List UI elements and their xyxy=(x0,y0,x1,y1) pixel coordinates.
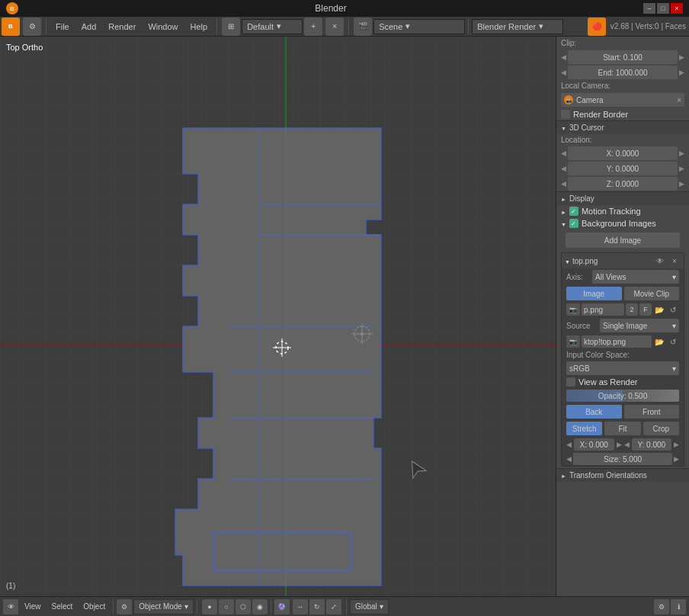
x-position-field[interactable]: X: 0.000 xyxy=(574,438,614,451)
snap-icon[interactable]: 🔮 xyxy=(274,599,290,614)
wire-shading-icon[interactable]: ○ xyxy=(219,599,234,614)
close-button[interactable]: × xyxy=(671,3,683,14)
remove-layout-icon[interactable]: × xyxy=(325,18,344,36)
view-menu[interactable]: View xyxy=(20,597,46,616)
solid-shading-icon[interactable]: ● xyxy=(202,599,217,614)
view-as-render-row: View as Render xyxy=(562,376,684,388)
start-arrow-left[interactable]: ◀ xyxy=(561,53,566,61)
start-arrow-right[interactable]: ▶ xyxy=(679,53,684,61)
cursor-section-header[interactable]: 3D Cursor xyxy=(556,120,689,134)
back-button[interactable]: Back xyxy=(566,405,622,419)
x-arrow-r[interactable]: ▶ xyxy=(679,149,684,157)
clip-start-row: ◀ Start: 0.100 ▶ xyxy=(556,50,689,65)
user-prefs-icon[interactable]: ⚙ xyxy=(23,18,41,36)
front-button[interactable]: Front xyxy=(624,405,680,419)
camera-icon: 📷 xyxy=(564,95,573,104)
y-right-arrow[interactable]: ▶ xyxy=(674,441,679,448)
maximize-button[interactable]: □ xyxy=(657,3,669,14)
add-menu[interactable]: Add xyxy=(75,17,103,36)
display-section-header[interactable]: Display xyxy=(556,191,689,205)
add-layout-icon[interactable]: + xyxy=(304,18,322,36)
view-icon[interactable]: 👁 xyxy=(3,599,18,614)
z-field[interactable]: Z: 0.0000 xyxy=(568,177,678,191)
bottom-sep1 xyxy=(113,600,114,614)
transform-orientations-header[interactable]: Transform Orientations xyxy=(556,468,689,482)
axis-dropdown[interactable]: All Views ▾ xyxy=(592,270,679,284)
local-camera-label: Local Camera: xyxy=(556,80,689,91)
rotate-icon[interactable]: ↻ xyxy=(309,599,325,614)
file-num[interactable]: 2 xyxy=(626,303,638,316)
render-menu[interactable]: Render xyxy=(102,17,142,36)
y-field[interactable]: Y: 0.0000 xyxy=(568,162,678,175)
view-as-render-checkbox[interactable] xyxy=(566,377,575,387)
bg-images-checkbox[interactable]: ✓ xyxy=(569,219,578,228)
screen-layout-icon[interactable]: ⊞ xyxy=(222,18,240,36)
file-browse-btn[interactable]: 📂 xyxy=(653,303,665,316)
mode-icon[interactable]: ⚙ xyxy=(117,599,132,614)
scene-icon[interactable]: 🎬 xyxy=(354,18,372,36)
crop-button[interactable]: Crop xyxy=(643,422,679,435)
minimize-button[interactable]: – xyxy=(643,3,655,14)
clip-label-row: Clip: xyxy=(556,37,689,50)
motion-tracking-checkbox[interactable]: ✓ xyxy=(569,207,578,216)
render-border-checkbox[interactable] xyxy=(561,110,570,119)
settings-icon[interactable]: ⚙ xyxy=(654,599,669,614)
info-icon[interactable]: ℹ xyxy=(671,599,686,614)
blender-icon[interactable]: B xyxy=(2,18,20,36)
camera-field[interactable]: 📷 Camera × xyxy=(561,93,684,107)
srgb-dropdown[interactable]: sRGB ▾ xyxy=(566,361,679,375)
image-tab[interactable]: Image xyxy=(566,287,622,300)
image-entry-expand[interactable] xyxy=(565,256,570,265)
fit-button[interactable]: Fit xyxy=(604,422,640,435)
y-arrow-r[interactable]: ▶ xyxy=(679,165,684,172)
camera-clear-btn[interactable]: × xyxy=(677,96,681,104)
scale-icon[interactable]: ⤢ xyxy=(326,599,341,614)
y-position-field[interactable]: Y: 0.000 xyxy=(632,438,672,451)
render-border-row: Render Border xyxy=(556,108,689,120)
rendered-shading-icon[interactable]: ◉ xyxy=(252,599,268,614)
engine-dropdown[interactable]: Blender Render▾ xyxy=(472,19,563,34)
file-reload-btn[interactable]: ↺ xyxy=(667,303,679,316)
filepath-name: ktop!top.png xyxy=(582,335,652,348)
stretch-button[interactable]: Stretch xyxy=(566,422,602,435)
texture-shading-icon[interactable]: ⬡ xyxy=(236,599,251,614)
y-arrow-l[interactable]: ◀ xyxy=(561,165,566,172)
z-arrow-l[interactable]: ◀ xyxy=(561,180,566,188)
y-left-arrow[interactable]: ◀ xyxy=(624,441,630,448)
clip-end-field[interactable]: End: 1000.000 xyxy=(568,66,678,79)
image-visibility-btn[interactable]: 👁 xyxy=(654,255,666,267)
source-dropdown[interactable]: Single Image ▾ xyxy=(600,319,679,332)
global-dropdown[interactable]: Global▾ xyxy=(350,599,389,614)
file-f-btn[interactable]: F xyxy=(639,303,652,316)
size-field[interactable]: Size: 5.000 xyxy=(573,453,672,465)
file-menu[interactable]: File xyxy=(50,17,75,36)
add-image-button[interactable]: Add Image xyxy=(566,233,680,248)
viewport[interactable]: Top Ortho X Z Y (1) xyxy=(0,37,556,596)
camera-name: Camera xyxy=(576,96,674,104)
end-arrow-left[interactable]: ◀ xyxy=(561,69,566,76)
end-arrow-right[interactable]: ▶ xyxy=(679,69,684,76)
x-arrow-l[interactable]: ◀ xyxy=(561,149,566,157)
x-left-arrow[interactable]: ◀ xyxy=(566,441,572,448)
filepath-browse-btn[interactable]: 📂 xyxy=(653,335,665,348)
size-arrow-r[interactable]: ▶ xyxy=(674,455,679,463)
object-menu[interactable]: Object xyxy=(79,597,110,616)
render-icon[interactable]: 🔴 xyxy=(588,18,606,36)
transform-expand-icon xyxy=(561,471,566,480)
mode-dropdown[interactable]: Object Mode▾ xyxy=(133,599,194,614)
window-menu[interactable]: Window xyxy=(142,17,184,36)
clip-start-field[interactable]: Start: 0.100 xyxy=(568,50,678,64)
x-field[interactable]: X: 0.0000 xyxy=(568,146,678,160)
layout-dropdown[interactable]: Default▾ xyxy=(242,19,303,34)
help-menu[interactable]: Help xyxy=(184,17,214,36)
movie-clip-tab[interactable]: Movie Clip xyxy=(624,287,680,300)
transform-icon[interactable]: ↔ xyxy=(293,599,308,614)
filepath-reload-btn[interactable]: ↺ xyxy=(667,335,679,348)
x-right-arrow[interactable]: ▶ xyxy=(617,441,622,448)
opacity-slider[interactable]: Opacity: 0.500 xyxy=(566,390,679,402)
image-remove-btn[interactable]: × xyxy=(668,255,681,267)
scene-dropdown[interactable]: Scene▾ xyxy=(373,19,465,34)
size-arrow-l[interactable]: ◀ xyxy=(566,455,572,463)
select-menu[interactable]: Select xyxy=(47,597,78,616)
z-arrow-r[interactable]: ▶ xyxy=(679,180,684,188)
